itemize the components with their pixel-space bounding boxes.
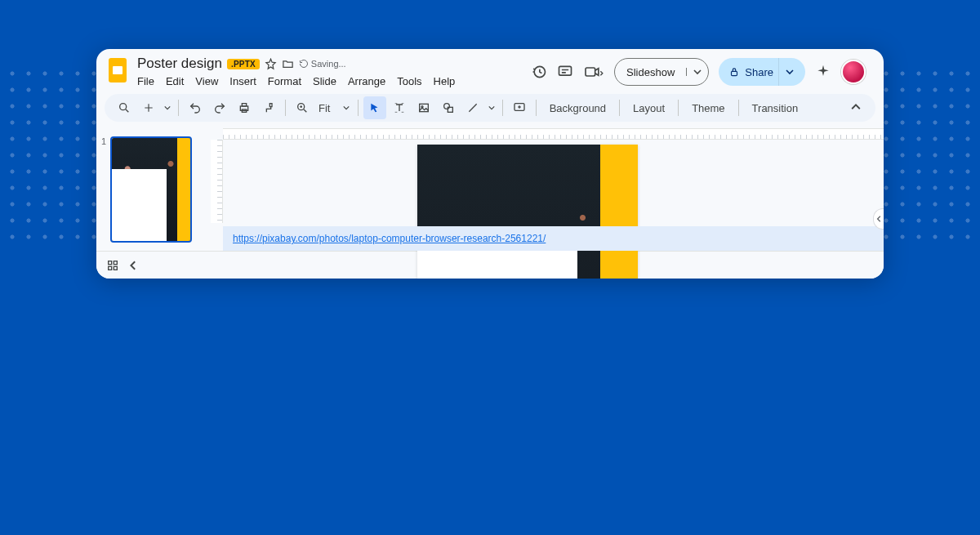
move-folder-icon[interactable] xyxy=(282,58,294,70)
svg-rect-18 xyxy=(109,266,112,270)
image-tool-icon[interactable] xyxy=(412,96,435,119)
line-tool-icon[interactable] xyxy=(461,96,484,119)
title-bar: Poster design .PPTX Saving... File Edit … xyxy=(96,49,884,87)
slide-canvas[interactable] xyxy=(417,145,638,279)
canvas-area: https://pixabay.com/photos/laptop-comput… xyxy=(211,128,884,251)
speaker-notes[interactable]: https://pixabay.com/photos/laptop-comput… xyxy=(223,226,884,251)
lock-icon xyxy=(728,66,740,78)
slideshow-button[interactable]: Slideshow xyxy=(614,58,709,86)
svg-rect-16 xyxy=(109,261,112,264)
transition-button[interactable]: Transition xyxy=(744,96,807,119)
slide-filmstrip[interactable]: 1 xyxy=(96,128,211,251)
menu-format[interactable]: Format xyxy=(268,75,301,87)
new-slide-icon[interactable] xyxy=(137,96,160,119)
zoom-select[interactable]: Fit xyxy=(315,102,353,114)
slideshow-caret-icon[interactable] xyxy=(686,68,708,76)
svg-rect-19 xyxy=(114,266,117,270)
menu-help[interactable]: Help xyxy=(434,75,456,87)
redo-icon[interactable] xyxy=(208,96,231,119)
document-title[interactable]: Poster design xyxy=(137,56,222,72)
svg-point-6 xyxy=(120,104,127,110)
slide-yellow-bar[interactable] xyxy=(600,145,638,279)
svg-point-13 xyxy=(443,104,449,109)
menu-file[interactable]: File xyxy=(137,75,154,87)
collapse-filmstrip-icon[interactable] xyxy=(129,261,139,270)
theme-button[interactable]: Theme xyxy=(684,96,733,119)
speaker-notes-link[interactable]: https://pixabay.com/photos/laptop-comput… xyxy=(233,233,546,244)
editor-stage[interactable] xyxy=(223,140,884,223)
star-icon[interactable] xyxy=(265,58,277,70)
work-area: 1 https://pixabay.com/photos/l xyxy=(96,128,884,251)
menu-edit[interactable]: Edit xyxy=(166,75,184,87)
menu-view[interactable]: View xyxy=(195,75,218,87)
print-icon[interactable] xyxy=(233,96,256,119)
file-format-badge: .PPTX xyxy=(227,59,260,69)
slide-number: 1 xyxy=(101,136,106,243)
save-status: Saving... xyxy=(299,59,346,69)
slide-thumbnail[interactable] xyxy=(110,136,192,243)
menu-bar: File Edit View Insert Format Slide Arran… xyxy=(137,75,455,87)
menu-tools[interactable]: Tools xyxy=(397,75,421,87)
share-caret-icon[interactable] xyxy=(778,58,800,86)
layout-button[interactable]: Layout xyxy=(625,96,673,119)
menu-arrange[interactable]: Arrange xyxy=(348,75,385,87)
toolbar: Fit Background Layout Theme Transition xyxy=(105,94,875,122)
new-slide-caret-icon[interactable] xyxy=(162,96,173,119)
grid-view-icon[interactable] xyxy=(106,259,119,272)
zoom-icon[interactable] xyxy=(291,96,314,119)
shape-tool-icon[interactable] xyxy=(437,96,460,119)
svg-rect-3 xyxy=(559,66,572,75)
ruler-vertical[interactable] xyxy=(211,140,223,223)
svg-rect-4 xyxy=(586,68,595,76)
comment-add-icon[interactable] xyxy=(508,96,531,119)
ruler-horizontal[interactable] xyxy=(223,128,884,140)
select-tool-icon[interactable] xyxy=(363,96,386,119)
collapse-toolbar-icon[interactable] xyxy=(844,96,867,119)
line-caret-icon[interactable] xyxy=(486,96,497,119)
comments-icon[interactable] xyxy=(557,64,573,80)
slides-logo-icon[interactable] xyxy=(106,56,129,85)
history-icon[interactable] xyxy=(531,64,547,80)
share-button[interactable]: Share xyxy=(719,58,805,86)
svg-rect-17 xyxy=(114,261,117,264)
paint-format-icon[interactable] xyxy=(257,96,280,119)
background-button[interactable]: Background xyxy=(541,96,614,119)
menu-insert[interactable]: Insert xyxy=(229,75,256,87)
textbox-tool-icon[interactable] xyxy=(388,96,411,119)
svg-rect-1 xyxy=(113,66,122,74)
search-icon[interactable] xyxy=(113,96,136,119)
undo-icon[interactable] xyxy=(184,96,207,119)
menu-slide[interactable]: Slide xyxy=(313,75,336,87)
svg-rect-11 xyxy=(419,104,428,111)
account-avatar[interactable] xyxy=(841,60,866,84)
svg-rect-8 xyxy=(242,104,246,106)
slides-app-window: Poster design .PPTX Saving... File Edit … xyxy=(96,49,884,279)
svg-rect-5 xyxy=(732,71,737,75)
meet-icon[interactable] xyxy=(583,64,604,80)
gemini-sparkle-icon[interactable] xyxy=(815,64,831,80)
